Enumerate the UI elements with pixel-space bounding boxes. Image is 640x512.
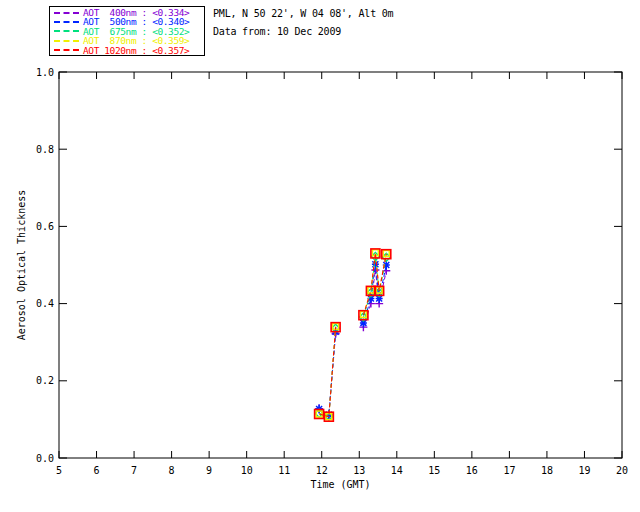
series-line	[319, 326, 336, 416]
y-tick-label: 0.0	[36, 453, 54, 464]
x-tick-label: 17	[503, 465, 515, 476]
x-tick-label: 20	[616, 465, 628, 476]
sunphotometer-plot-window: AOT 400nm : <0.334> AOT 500nm : <0.340> …	[0, 0, 640, 512]
series-line	[319, 334, 336, 415]
series-870nm	[316, 250, 389, 420]
axes-frame	[59, 72, 622, 458]
series-675nm	[315, 253, 390, 421]
aot-time-series-chart: 5678910111213141516171819200.00.20.40.60…	[0, 0, 640, 512]
y-tick-label: 0.8	[36, 144, 54, 155]
y-tick-label: 0.6	[36, 221, 54, 232]
x-tick-label: 5	[56, 465, 62, 476]
x-tick-label: 19	[578, 465, 590, 476]
series-1020nm	[315, 249, 391, 421]
x-tick-label: 14	[391, 465, 403, 476]
y-tick-label: 0.4	[36, 298, 54, 309]
x-tick-label: 7	[131, 465, 137, 476]
x-axis-ticks: 567891011121314151617181920	[56, 72, 628, 476]
y-axis-title: Aerosol Optical Thickness	[16, 190, 27, 341]
y-axis-ticks: 0.00.20.40.60.81.0	[36, 67, 622, 464]
x-tick-label: 8	[169, 465, 175, 476]
series-line	[319, 328, 336, 416]
series-line	[319, 332, 336, 415]
x-tick-label: 12	[316, 465, 328, 476]
x-tick-label: 10	[241, 465, 253, 476]
x-tick-label: 18	[541, 465, 553, 476]
x-axis-title: Time (GMT)	[310, 479, 370, 490]
series-line	[319, 327, 336, 417]
y-tick-label: 1.0	[36, 67, 54, 78]
x-tick-label: 9	[206, 465, 212, 476]
x-tick-label: 13	[353, 465, 365, 476]
x-tick-label: 15	[428, 465, 440, 476]
x-tick-label: 6	[94, 465, 100, 476]
y-tick-label: 0.2	[36, 375, 54, 386]
x-tick-label: 11	[278, 465, 290, 476]
x-tick-label: 16	[466, 465, 478, 476]
